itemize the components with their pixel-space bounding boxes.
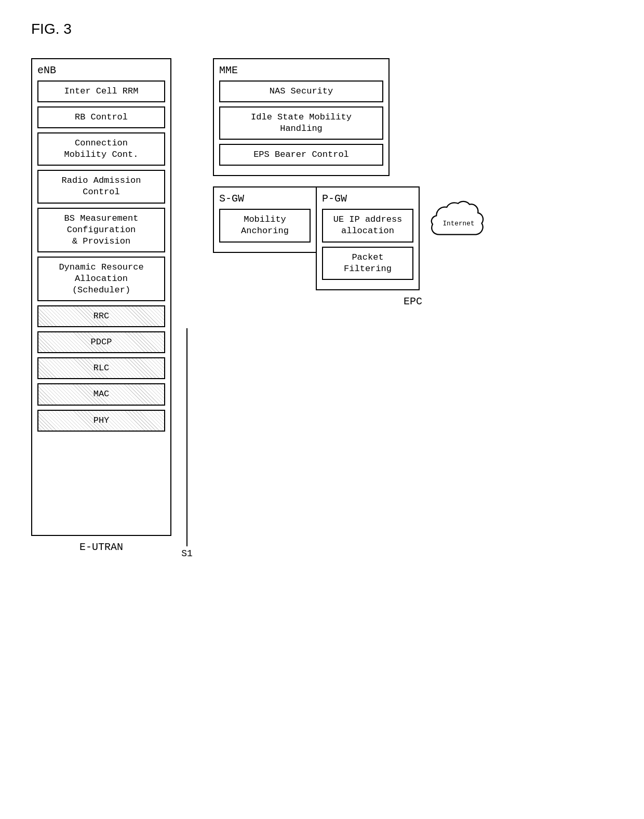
- radio-admission-block: Radio AdmissionControl: [37, 170, 165, 203]
- epc-section: S-GW MobilityAnchoring P-GW UE IP addres…: [213, 186, 613, 307]
- idle-state-mobility-block: Idle State MobilityHandling: [219, 106, 383, 140]
- eps-bearer-control-block: EPS Bearer Control: [219, 144, 383, 166]
- dynamic-resource-block: Dynamic ResourceAllocation(Scheduler): [37, 257, 165, 301]
- mme-label: MME: [219, 64, 383, 76]
- nas-security-block: NAS Security: [219, 80, 383, 102]
- internet-cloud: Internet: [425, 197, 492, 251]
- rb-control-block: RB Control: [37, 106, 165, 128]
- pdcp-block: PDCP: [37, 331, 165, 353]
- bs-measurement-block: BS MeasurementConfiguration& Provision: [37, 208, 165, 252]
- rlc-block: RLC: [37, 357, 165, 379]
- s1-label: S1: [181, 548, 193, 559]
- mac-block: MAC: [37, 383, 165, 405]
- epc-gw-row: S-GW MobilityAnchoring P-GW UE IP addres…: [213, 186, 613, 290]
- enb-box: eNB Inter Cell RRM RB Control Connection…: [31, 58, 171, 536]
- eutran-label: E-UTRAN: [31, 541, 171, 553]
- s1-line: [186, 328, 187, 546]
- epc-label: EPC: [213, 296, 613, 307]
- connection-mobility-block: ConnectionMobility Cont.: [37, 132, 165, 166]
- sgw-box: S-GW MobilityAnchoring: [213, 186, 317, 252]
- ue-ip-address-block: UE IP addressallocation: [322, 209, 413, 242]
- cloud-svg: Internet: [425, 197, 492, 249]
- internet-text: Internet: [442, 220, 474, 227]
- phy-block: PHY: [37, 410, 165, 432]
- fig-label: FIG. 3: [31, 21, 613, 37]
- pgw-box: P-GW UE IP addressallocation PacketFilte…: [316, 186, 420, 290]
- right-area: MME NAS Security Idle State MobilityHand…: [213, 58, 613, 307]
- enb-label: eNB: [37, 64, 165, 76]
- pgw-label: P-GW: [322, 193, 413, 205]
- s1-divider: S1: [171, 58, 203, 559]
- rrc-block: RRC: [37, 305, 165, 327]
- packet-filtering-block: PacketFiltering: [322, 247, 413, 280]
- mobility-anchoring-block: MobilityAnchoring: [219, 209, 311, 242]
- inter-cell-rrm-block: Inter Cell RRM: [37, 80, 165, 102]
- mme-box: MME NAS Security Idle State MobilityHand…: [213, 58, 390, 176]
- sgw-label: S-GW: [219, 193, 311, 205]
